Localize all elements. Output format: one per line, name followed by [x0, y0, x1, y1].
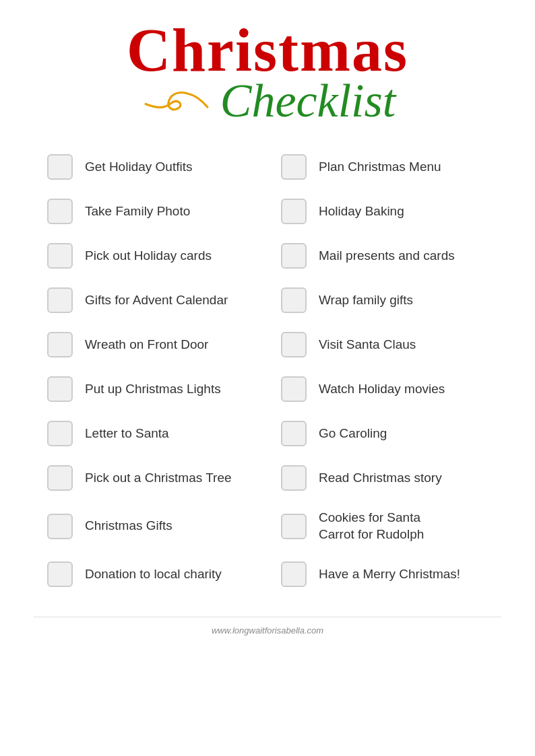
footer: www.longwaitforisabella.com — [34, 617, 501, 635]
checklist-item-left-2: Pick out Holiday cards — [34, 234, 268, 278]
item-text-right-9: Have a Merry Christmas! — [319, 566, 460, 583]
checklist-item-left-0: Get Holiday Outfits — [34, 145, 268, 189]
item-text-right-6: Go Caroling — [319, 425, 387, 442]
title-checklist: Checklist — [220, 77, 396, 125]
title-christmas: Christmas — [34, 20, 501, 81]
item-text-left-4: Wreath on Front Door — [85, 337, 208, 353]
item-text-left-7: Pick out a Christmas Tree — [85, 470, 232, 487]
checkbox-right-0[interactable] — [281, 154, 307, 180]
checklist-item-right-8: Cookies for Santa Carrot for Rudolph — [268, 500, 501, 552]
checklist-grid: Get Holiday OutfitsPlan Christmas MenuTa… — [34, 145, 501, 596]
item-text-right-7: Read Christmas story — [319, 470, 442, 487]
checklist-item-right-4: Visit Santa Claus — [268, 322, 501, 367]
checkbox-right-7[interactable] — [281, 465, 307, 491]
checkbox-right-6[interactable] — [281, 421, 307, 446]
checklist-item-right-0: Plan Christmas Menu — [268, 145, 501, 189]
checkbox-left-8[interactable] — [47, 514, 73, 539]
item-text-right-3: Wrap family gifts — [319, 292, 413, 309]
checkbox-right-9[interactable] — [281, 561, 307, 587]
checkbox-left-5[interactable] — [47, 376, 73, 402]
checklist-item-right-1: Holiday Baking — [268, 189, 501, 234]
checkbox-right-3[interactable] — [281, 287, 307, 313]
checklist-item-left-7: Pick out a Christmas Tree — [34, 456, 268, 500]
checklist-item-right-2: Mail presents and cards — [268, 234, 501, 278]
checkbox-right-5[interactable] — [281, 376, 307, 402]
checkbox-left-3[interactable] — [47, 287, 73, 313]
checkbox-left-0[interactable] — [47, 154, 73, 180]
page: Christmas Checklist Get Holiday OutfitsP… — [0, 0, 535, 756]
checklist-item-right-6: Go Caroling — [268, 411, 501, 456]
checkbox-right-1[interactable] — [281, 199, 307, 224]
item-text-left-6: Letter to Santa — [85, 425, 169, 442]
checklist-item-right-3: Wrap family gifts — [268, 278, 501, 322]
item-text-left-1: Take Family Photo — [85, 203, 190, 220]
item-text-left-9: Donation to local charity — [85, 566, 222, 583]
checklist-item-right-9: Have a Merry Christmas! — [268, 552, 501, 596]
item-text-left-8: Christmas Gifts — [85, 518, 172, 535]
item-text-right-8: Cookies for Santa Carrot for Rudolph — [319, 510, 424, 543]
checkbox-left-9[interactable] — [47, 561, 73, 587]
checkbox-right-2[interactable] — [281, 243, 307, 269]
checklist-item-left-8: Christmas Gifts — [34, 500, 268, 552]
checklist-item-left-3: Gifts for Advent Calendar — [34, 278, 268, 322]
item-text-right-0: Plan Christmas Menu — [319, 159, 441, 176]
item-text-left-2: Pick out Holiday cards — [85, 248, 212, 265]
item-text-right-1: Holiday Baking — [319, 203, 404, 220]
checkbox-left-7[interactable] — [47, 465, 73, 491]
header: Christmas Checklist — [34, 20, 501, 125]
checkbox-left-1[interactable] — [47, 199, 73, 224]
item-text-right-4: Visit Santa Claus — [319, 337, 416, 353]
item-text-left-3: Gifts for Advent Calendar — [85, 292, 228, 309]
item-text-left-0: Get Holiday Outfits — [85, 159, 192, 176]
checklist-item-left-4: Wreath on Front Door — [34, 322, 268, 367]
checkbox-left-4[interactable] — [47, 332, 73, 357]
checkbox-left-6[interactable] — [47, 421, 73, 446]
checkbox-left-2[interactable] — [47, 243, 73, 269]
item-text-right-5: Watch Holiday movies — [319, 381, 445, 398]
checklist-item-left-6: Letter to Santa — [34, 411, 268, 456]
checklist-item-left-1: Take Family Photo — [34, 189, 268, 234]
checklist-item-right-5: Watch Holiday movies — [268, 367, 501, 411]
footer-url: www.longwaitforisabella.com — [212, 625, 323, 635]
item-text-left-5: Put up Christmas Lights — [85, 381, 221, 398]
checklist-item-right-7: Read Christmas story — [268, 456, 501, 500]
checklist-item-left-9: Donation to local charity — [34, 552, 268, 596]
checkbox-right-8[interactable] — [281, 514, 307, 539]
item-text-right-2: Mail presents and cards — [319, 248, 455, 265]
swirl-decoration — [139, 85, 214, 116]
checkbox-right-4[interactable] — [281, 332, 307, 357]
title-row: Checklist — [34, 77, 501, 125]
checklist-item-left-5: Put up Christmas Lights — [34, 367, 268, 411]
